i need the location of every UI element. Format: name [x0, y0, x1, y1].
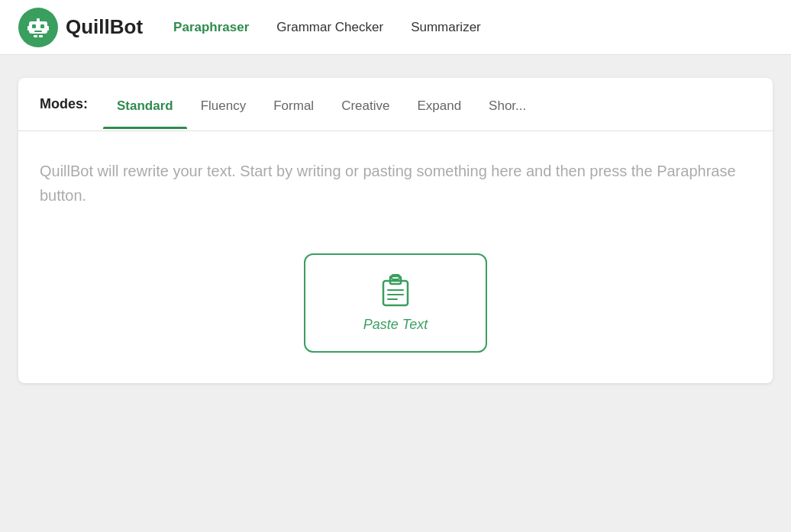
main-content: Modes: Standard Fluency Formal Creative …: [0, 55, 791, 532]
svg-rect-3: [34, 31, 42, 32]
nav-summarizer[interactable]: Summarizer: [411, 20, 481, 35]
svg-rect-2: [40, 24, 44, 28]
mode-tab-standard[interactable]: Standard: [103, 80, 187, 129]
header: QuillBot Paraphraser Grammar Checker Sum…: [0, 0, 791, 55]
placeholder-text: QuillBot will rewrite your text. Start b…: [40, 159, 751, 208]
svg-rect-6: [47, 26, 49, 31]
paste-button-container: Paste Text: [40, 253, 751, 353]
paste-text-label: Paste Text: [363, 317, 428, 333]
card: Modes: Standard Fluency Formal Creative …: [18, 78, 773, 383]
svg-rect-4: [37, 18, 40, 22]
nav-links: Paraphraser Grammar Checker Summarizer: [173, 20, 481, 35]
svg-rect-5: [27, 26, 30, 31]
clipboard-icon: [380, 273, 411, 309]
mode-tab-fluency[interactable]: Fluency: [187, 80, 260, 129]
paste-text-button[interactable]: Paste Text: [304, 253, 487, 353]
mode-tab-formal[interactable]: Formal: [260, 80, 328, 129]
logo[interactable]: QuillBot: [18, 8, 143, 47]
nav-paraphraser[interactable]: Paraphraser: [173, 20, 249, 35]
modes-label: Modes:: [40, 78, 88, 131]
nav-grammar-checker[interactable]: Grammar Checker: [276, 20, 383, 35]
mode-tab-creative[interactable]: Creative: [328, 80, 403, 129]
mode-tab-shorten[interactable]: Shor...: [475, 80, 540, 129]
svg-rect-8: [39, 35, 43, 37]
mode-tab-expand[interactable]: Expand: [403, 80, 475, 129]
svg-rect-1: [32, 24, 36, 28]
logo-text: QuillBot: [66, 15, 143, 39]
modes-bar: Modes: Standard Fluency Formal Creative …: [18, 78, 773, 131]
logo-icon: [18, 8, 58, 47]
content-area: QuillBot will rewrite your text. Start b…: [18, 131, 773, 383]
svg-rect-7: [34, 35, 37, 37]
